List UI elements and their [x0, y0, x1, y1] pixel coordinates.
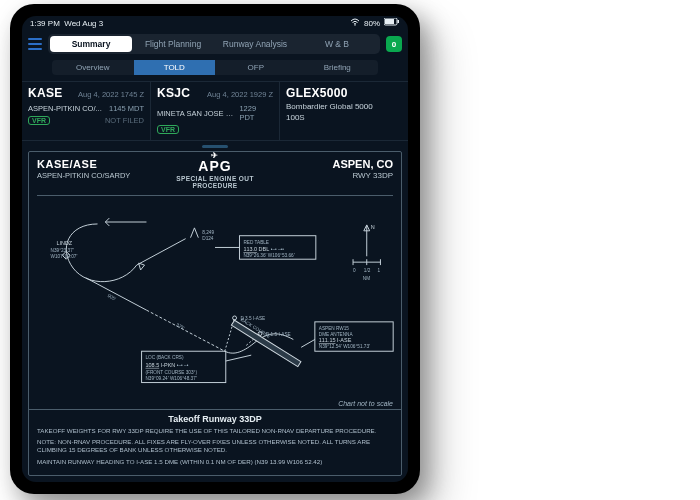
tab-flight-planning[interactable]: Flight Planning	[132, 36, 214, 52]
aircraft-card[interactable]: GLEX5000 Bombardier Global 5000 100S	[280, 82, 408, 140]
menu-icon[interactable]	[28, 38, 42, 50]
tab-weight-balance[interactable]: W & B	[296, 36, 378, 52]
fix-lindz: LINDZ	[56, 241, 72, 247]
svg-text:N39°23.37': N39°23.37'	[51, 248, 74, 253]
origin-rules-badge: VFR	[28, 116, 50, 125]
svg-text:8,249: 8,249	[202, 230, 214, 235]
svg-text:1/2: 1/2	[364, 268, 371, 273]
svg-text:NM: NM	[363, 276, 370, 281]
city-label: ASPEN, CO	[274, 158, 393, 170]
airport-pair: KASE/ASE	[37, 158, 156, 170]
status-time: 1:39 PM	[30, 19, 60, 28]
dest-ztime: Aug 4, 2022 1929 Z	[207, 90, 273, 99]
takeoff-p2: NOTE: NON-RNAV PROCEDURE. ALL FIXES ARE …	[37, 438, 393, 455]
svg-point-24	[233, 316, 237, 320]
svg-line-37	[301, 339, 315, 347]
svg-text:DME ANTENNA: DME ANTENNA	[319, 332, 354, 337]
battery-percent: 80%	[364, 19, 380, 28]
panel-header: KASE/ASE ASPEN-PITKIN CO/SARDY APG SPECI…	[29, 152, 401, 195]
svg-text:0: 0	[353, 268, 356, 273]
svg-text:N39°26.36' W106°53.66': N39°26.36' W106°53.66'	[243, 253, 294, 258]
origin-icao: KASE	[28, 86, 63, 100]
takeoff-title: Takeoff Runway 33DP	[37, 414, 393, 424]
svg-text:108.5  I-PKN •–• –•: 108.5 I-PKN •–• –•	[145, 362, 188, 368]
subtab-overview[interactable]: Overview	[52, 60, 134, 75]
notifications-badge[interactable]: 0	[386, 36, 402, 52]
svg-line-43	[226, 355, 251, 361]
battery-icon	[384, 18, 400, 28]
svg-text:RED TABLE: RED TABLE	[243, 240, 269, 245]
brand-logo: APG	[198, 158, 231, 174]
top-bar: Summary Flight Planning Runway Analysis …	[22, 30, 408, 60]
destination-card[interactable]: KSJCAug 4, 2022 1929 Z MINETA SAN JOSE I…	[151, 82, 280, 140]
svg-text:N39°09.24' W106°48.37': N39°09.24' W106°48.37'	[145, 376, 196, 381]
subtab-ofp[interactable]: OFP	[215, 60, 297, 75]
takeoff-notes: Takeoff Runway 33DP TAKEOFF WEIGHTS FOR …	[29, 409, 401, 475]
subtab-briefing[interactable]: Briefing	[297, 60, 379, 75]
origin-ztime: Aug 4, 2022 1745 Z	[78, 90, 144, 99]
north-label: N	[371, 224, 375, 230]
status-left: 1:39 PM Wed Aug 3	[30, 19, 103, 28]
svg-text:113.0  DBL •–• –••: 113.0 DBL •–• –••	[243, 246, 284, 252]
sub-tab-bar: Overview TOLD OFP Briefing	[22, 60, 408, 81]
svg-rect-2	[385, 19, 394, 24]
brand-subtitle: SPECIAL ENGINE OUT PROCEDURE	[156, 175, 275, 189]
dest-icao: KSJC	[157, 86, 190, 100]
chart-disclaimer: Chart not to scale	[338, 400, 393, 407]
drag-handle[interactable]	[22, 141, 408, 151]
dest-local: 1229 PDT	[239, 104, 273, 122]
status-right: 80%	[350, 18, 400, 28]
svg-text:111.15 I-ASE: 111.15 I-ASE	[319, 337, 352, 343]
aircraft-variant: 100S	[286, 113, 402, 122]
origin-card[interactable]: KASEAug 4, 2022 1745 Z ASPEN-PITKIN CO/.…	[22, 82, 151, 140]
svg-text:N39°12.54' W106°51.73': N39°12.54' W106°51.73'	[319, 344, 370, 349]
svg-text:(FRONT COURSE 303°): (FRONT COURSE 303°)	[145, 370, 197, 375]
aircraft-name: Bombardier Global 5000	[286, 102, 402, 111]
origin-local: 1145 MDT	[109, 104, 144, 113]
flight-summary-row: KASEAug 4, 2022 1745 Z ASPEN-PITKIN CO/.…	[22, 81, 408, 141]
device-status-bar: 1:39 PM Wed Aug 3 80%	[22, 16, 408, 30]
runway-label: RWY 33DP	[274, 171, 393, 180]
status-date: Wed Aug 3	[64, 19, 103, 28]
tablet-frame: 1:39 PM Wed Aug 3 80% Summary Flight Pla…	[10, 4, 420, 494]
main-tab-bar: Summary Flight Planning Runway Analysis …	[48, 34, 380, 54]
origin-filed: NOT FILED	[105, 116, 144, 125]
svg-text:ASPEN RW15: ASPEN RW15	[319, 326, 350, 331]
svg-text:D124: D124	[202, 236, 214, 241]
procedure-chart[interactable]: N 0 1/2 1 NM 905' 375' 8,249D124	[29, 196, 401, 409]
svg-text:1: 1	[378, 268, 381, 273]
svg-text:375': 375'	[175, 322, 185, 331]
svg-point-0	[354, 24, 355, 25]
tab-summary[interactable]: Summary	[50, 36, 132, 52]
svg-rect-3	[398, 20, 400, 23]
takeoff-p3: MAINTAIN RUNWAY HEADING TO I-ASE 1.5 DME…	[37, 458, 393, 466]
dest-rules-badge: VFR	[157, 125, 179, 134]
tab-runway-analysis[interactable]: Runway Analysis	[214, 36, 296, 52]
svg-text:905': 905'	[107, 293, 117, 302]
svg-text:LOC (BACK CRS): LOC (BACK CRS)	[145, 355, 183, 360]
airport-full: ASPEN-PITKIN CO/SARDY	[37, 171, 156, 180]
svg-text:W107°00.07': W107°00.07'	[51, 254, 78, 259]
subtab-told[interactable]: TOLD	[134, 60, 216, 75]
app-screen: 1:39 PM Wed Aug 3 80% Summary Flight Pla…	[22, 16, 408, 482]
origin-name: ASPEN-PITKIN CO/...	[28, 104, 102, 113]
svg-rect-30	[231, 320, 301, 366]
takeoff-p1: TAKEOFF WEIGHTS FOR RWY 33DP REQUIRE THE…	[37, 427, 393, 435]
procedure-panel: KASE/ASE ASPEN-PITKIN CO/SARDY APG SPECI…	[28, 151, 402, 476]
wifi-icon	[350, 18, 360, 28]
aircraft-code: GLEX5000	[286, 86, 348, 100]
dest-name: MINETA SAN JOSE I...	[157, 109, 233, 118]
